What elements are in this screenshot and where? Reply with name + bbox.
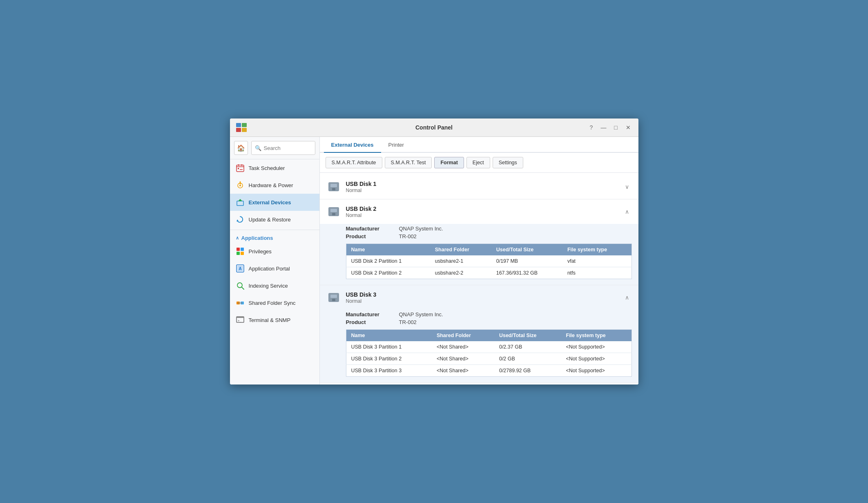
table-cell: <Not Supported> [561,341,632,353]
sidebar-item-task-scheduler[interactable]: Task Scheduler [230,159,319,177]
disk-3-manufacturer-row: Manufacturer QNAP System Inc. [346,311,632,317]
search-box[interactable]: 🔍 [251,141,315,155]
table-cell: vfat [562,255,631,267]
svg-rect-1 [242,123,247,127]
disk-1-header[interactable]: USB Disk 1 Normal ∨ [320,174,638,199]
disk-3-expand-btn[interactable]: ∧ [622,293,632,302]
disk-3-table-header-row: Name Shared Folder Used/Total Size File … [346,330,631,342]
disk-item-2: USB Disk 2 Normal ∧ Manufacturer QNAP Sy… [320,199,638,285]
disk-2-manufacturer-row: Manufacturer QNAP System Inc. [346,226,632,232]
disk-3-product-row: Product TR-002 [346,319,632,325]
table-cell: <Not Supported> [561,353,632,365]
right-panel: External Devices Printer S.M.A.R.T. Attr… [320,137,638,385]
svg-line-24 [242,287,244,289]
main-window: Control Panel ? — □ ✕ 🏠 🔍 [230,118,638,385]
svg-rect-2 [236,128,241,132]
sidebar-item-hardware-power[interactable]: Hardware & Power [230,177,319,194]
disk-1-status: Normal [346,188,622,193]
svg-rect-38 [332,213,335,215]
table-cell: USB Disk 2 Partition 1 [346,255,430,267]
disk-2-status: Normal [346,212,622,218]
sidebar-item-label-indexing-service: Indexing Service [249,283,288,289]
minimize-button[interactable]: — [599,123,608,132]
disk-3-header[interactable]: USB Disk 3 Normal ∧ [320,285,638,310]
app-icon [236,123,247,132]
home-button[interactable]: 🏠 [234,141,248,155]
table-cell: usbshare2-2 [430,267,491,279]
smart-test-button[interactable]: S.M.A.R.T. Test [385,157,432,168]
svg-rect-18 [237,252,240,255]
svg-rect-40 [330,295,337,298]
sidebar-item-shared-folder-sync[interactable]: Shared Folder Sync [230,294,319,311]
applications-section-header[interactable]: ∧ Applications [230,232,319,243]
main-content: 🏠 🔍 Task [230,137,638,385]
table-cell: USB Disk 3 Partition 1 [346,341,432,353]
table-cell: 0/2 GB [494,353,561,365]
svg-marker-14 [238,199,242,201]
disk-2-manufacturer-label: Manufacturer [346,226,399,232]
svg-rect-5 [238,164,239,166]
sidebar-item-label-terminal-snmp: Terminal & SNMP [249,317,291,323]
col-fs-2: File system type [562,244,631,256]
disk-3-name: USB Disk 3 [346,291,622,298]
table-row: USB Disk 3 Partition 1<Not Shared>0/2.37… [346,341,631,353]
maximize-button[interactable]: □ [611,123,620,132]
table-cell: usbshare2-1 [430,255,491,267]
svg-marker-15 [237,219,239,221]
svg-point-23 [237,283,242,288]
table-row: USB Disk 3 Partition 2<Not Shared>0/2 GB… [346,353,631,365]
disk-3-icon [326,290,341,305]
search-icon: 🔍 [255,145,261,151]
close-button[interactable]: ✕ [624,123,633,132]
table-row: USB Disk 2 Partition 1usbshare2-10/197 M… [346,255,631,267]
table-row: USB Disk 2 Partition 2usbshare2-2167.36/… [346,267,631,279]
table-cell: 0/2789.92 GB [494,365,561,377]
table-cell: USB Disk 2 Partition 2 [346,267,430,279]
home-icon: 🏠 [237,144,245,152]
table-cell: USB Disk 3 Partition 2 [346,353,432,365]
format-button[interactable]: Format [434,157,464,168]
sidebar-item-update-restore[interactable]: Update & Restore [230,211,319,228]
col-shared-3: Shared Folder [432,330,494,342]
privileges-icon [236,247,245,256]
sidebar-item-terminal-snmp[interactable]: >_ Terminal & SNMP [230,311,319,329]
sidebar-item-external-devices[interactable]: External Devices [230,194,319,211]
disk-2-details: Manufacturer QNAP System Inc. Product TR… [320,224,638,285]
svg-rect-41 [332,299,335,301]
col-fs-3: File system type [561,330,632,342]
tab-external-devices[interactable]: External Devices [324,137,381,153]
disk-item-3: USB Disk 3 Normal ∧ Manufacturer QNAP Sy… [320,285,638,383]
sidebar-item-indexing-service[interactable]: Indexing Service [230,277,319,294]
svg-text:A: A [239,266,241,271]
svg-rect-35 [332,188,335,190]
disk-3-details: Manufacturer QNAP System Inc. Product TR… [320,310,638,382]
col-name-2: Name [346,244,430,256]
smart-attribute-button[interactable]: S.M.A.R.T. Attribute [326,157,382,168]
disk-1-name: USB Disk 1 [346,181,622,187]
disk-1-info: USB Disk 1 Normal [346,181,622,193]
disk-2-name: USB Disk 2 [346,206,622,212]
sidebar-item-label-hardware-power: Hardware & Power [249,182,293,188]
disk-3-product-label: Product [346,319,399,325]
svg-rect-6 [241,164,242,166]
search-input[interactable] [264,145,312,151]
tab-printer[interactable]: Printer [381,137,411,153]
external-devices-icon [236,198,245,207]
disk-1-expand-btn[interactable]: ∨ [622,182,632,192]
sidebar-divider [230,230,319,230]
disk-2-icon [326,204,341,219]
disk-2-expand-btn[interactable]: ∧ [622,207,632,217]
svg-rect-16 [237,248,240,251]
disk-2-partition-table: Name Shared Folder Used/Total Size File … [346,244,632,279]
tabs-bar: External Devices Printer [320,137,638,153]
disk-2-header[interactable]: USB Disk 2 Normal ∧ [320,199,638,224]
disk-3-partition-table: Name Shared Folder Used/Total Size File … [346,329,632,377]
titlebar: Control Panel ? — □ ✕ [230,118,638,137]
settings-button[interactable]: Settings [493,157,523,168]
indexing-service-icon [236,281,245,290]
sidebar-item-application-portal[interactable]: A Application Portal [230,260,319,277]
eject-button[interactable]: Eject [466,157,490,168]
shared-folder-sync-icon [236,298,245,307]
help-button[interactable]: ? [587,123,596,132]
sidebar-item-privileges[interactable]: Privileges [230,243,319,260]
